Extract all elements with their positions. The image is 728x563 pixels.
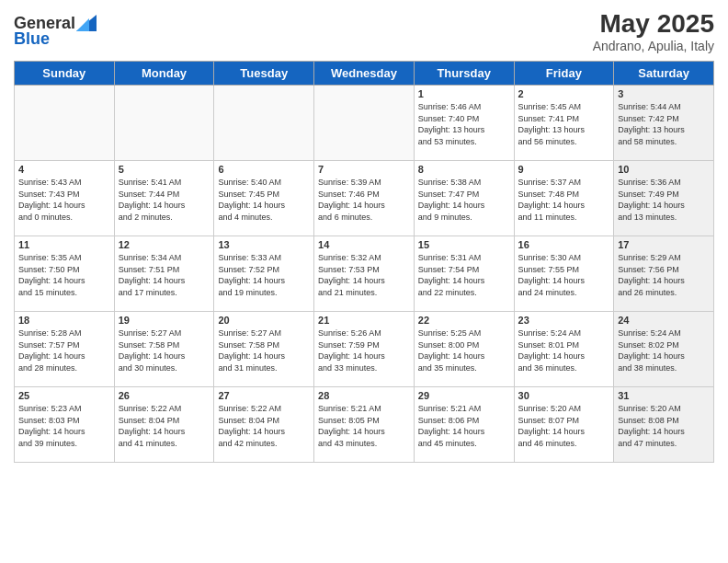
day-number: 21 xyxy=(318,315,410,326)
day-info: Sunrise: 5:33 AMSunset: 7:52 PMDaylight:… xyxy=(218,252,310,298)
calendar-day-cell: 7Sunrise: 5:39 AMSunset: 7:46 PMDaylight… xyxy=(314,161,415,236)
day-number: 31 xyxy=(618,390,710,401)
calendar-day-cell: 3Sunrise: 5:44 AMSunset: 7:42 PMDaylight… xyxy=(614,86,714,161)
day-info: Sunrise: 5:38 AMSunset: 7:47 PMDaylight:… xyxy=(418,177,510,223)
day-number: 16 xyxy=(518,239,610,250)
day-number: 30 xyxy=(518,390,610,401)
calendar-day-cell: 26Sunrise: 5:22 AMSunset: 8:04 PMDayligh… xyxy=(114,387,214,463)
day-info: Sunrise: 5:24 AMSunset: 8:02 PMDaylight:… xyxy=(618,327,710,373)
calendar-day-cell: 2Sunrise: 5:45 AMSunset: 7:41 PMDaylight… xyxy=(514,86,614,161)
calendar-day-cell xyxy=(314,86,415,161)
calendar-day-header: Monday xyxy=(114,62,214,86)
calendar-day-header: Sunday xyxy=(15,62,115,86)
calendar-day-header: Saturday xyxy=(614,62,714,86)
day-info: Sunrise: 5:39 AMSunset: 7:46 PMDaylight:… xyxy=(318,177,410,223)
day-info: Sunrise: 5:22 AMSunset: 8:04 PMDaylight:… xyxy=(119,403,210,449)
calendar: SundayMondayTuesdayWednesdayThursdayFrid… xyxy=(14,61,714,463)
calendar-day-cell: 6Sunrise: 5:40 AMSunset: 7:45 PMDaylight… xyxy=(214,161,314,236)
day-number: 28 xyxy=(318,390,410,401)
day-info: Sunrise: 5:26 AMSunset: 7:59 PMDaylight:… xyxy=(318,327,410,373)
day-number: 10 xyxy=(618,164,710,175)
calendar-day-cell: 14Sunrise: 5:32 AMSunset: 7:53 PMDayligh… xyxy=(314,236,415,312)
day-info: Sunrise: 5:24 AMSunset: 8:01 PMDaylight:… xyxy=(518,327,610,373)
day-info: Sunrise: 5:25 AMSunset: 8:00 PMDaylight:… xyxy=(418,327,510,373)
day-info: Sunrise: 5:27 AMSunset: 7:58 PMDaylight:… xyxy=(119,327,210,373)
day-info: Sunrise: 5:22 AMSunset: 8:04 PMDaylight:… xyxy=(218,403,310,449)
month-title: May 2025 xyxy=(593,9,714,39)
calendar-week-row: 18Sunrise: 5:28 AMSunset: 7:57 PMDayligh… xyxy=(15,312,714,387)
day-info: Sunrise: 5:27 AMSunset: 7:58 PMDaylight:… xyxy=(218,327,310,373)
calendar-day-cell: 10Sunrise: 5:36 AMSunset: 7:49 PMDayligh… xyxy=(614,161,714,236)
day-number: 17 xyxy=(618,239,710,250)
day-info: Sunrise: 5:31 AMSunset: 7:54 PMDaylight:… xyxy=(418,252,510,298)
calendar-day-cell: 28Sunrise: 5:21 AMSunset: 8:05 PMDayligh… xyxy=(314,387,415,463)
day-info: Sunrise: 5:46 AMSunset: 7:40 PMDaylight:… xyxy=(418,101,510,147)
calendar-day-cell: 31Sunrise: 5:20 AMSunset: 8:08 PMDayligh… xyxy=(614,387,714,463)
calendar-day-cell: 16Sunrise: 5:30 AMSunset: 7:55 PMDayligh… xyxy=(514,236,614,312)
day-number: 11 xyxy=(18,239,110,250)
day-info: Sunrise: 5:35 AMSunset: 7:50 PMDaylight:… xyxy=(18,252,110,298)
day-info: Sunrise: 5:21 AMSunset: 8:06 PMDaylight:… xyxy=(418,403,510,449)
calendar-week-row: 11Sunrise: 5:35 AMSunset: 7:50 PMDayligh… xyxy=(15,236,714,312)
calendar-day-cell: 20Sunrise: 5:27 AMSunset: 7:58 PMDayligh… xyxy=(214,312,314,387)
calendar-day-cell: 23Sunrise: 5:24 AMSunset: 8:01 PMDayligh… xyxy=(514,312,614,387)
day-info: Sunrise: 5:32 AMSunset: 7:53 PMDaylight:… xyxy=(318,252,410,298)
page: General Blue May 2025 Andrano, Apulia, I… xyxy=(0,0,728,563)
day-number: 2 xyxy=(518,88,610,99)
calendar-day-cell: 8Sunrise: 5:38 AMSunset: 7:47 PMDaylight… xyxy=(414,161,514,236)
subtitle: Andrano, Apulia, Italy xyxy=(593,39,714,53)
calendar-day-header: Tuesday xyxy=(214,62,314,86)
calendar-day-cell: 17Sunrise: 5:29 AMSunset: 7:56 PMDayligh… xyxy=(614,236,714,312)
day-info: Sunrise: 5:34 AMSunset: 7:51 PMDaylight:… xyxy=(119,252,210,298)
day-number: 25 xyxy=(18,390,110,401)
day-number: 4 xyxy=(18,164,110,175)
calendar-day-cell: 22Sunrise: 5:25 AMSunset: 8:00 PMDayligh… xyxy=(414,312,514,387)
calendar-day-cell xyxy=(114,86,214,161)
day-number: 18 xyxy=(18,315,110,326)
calendar-day-cell: 24Sunrise: 5:24 AMSunset: 8:02 PMDayligh… xyxy=(614,312,714,387)
calendar-week-row: 1Sunrise: 5:46 AMSunset: 7:40 PMDaylight… xyxy=(15,86,714,161)
day-number: 6 xyxy=(218,164,310,175)
logo-blue: Blue xyxy=(14,29,50,49)
calendar-day-cell: 13Sunrise: 5:33 AMSunset: 7:52 PMDayligh… xyxy=(214,236,314,312)
calendar-day-cell: 27Sunrise: 5:22 AMSunset: 8:04 PMDayligh… xyxy=(214,387,314,463)
calendar-day-header: Friday xyxy=(514,62,614,86)
calendar-day-cell: 18Sunrise: 5:28 AMSunset: 7:57 PMDayligh… xyxy=(15,312,115,387)
day-info: Sunrise: 5:43 AMSunset: 7:43 PMDaylight:… xyxy=(18,177,110,223)
calendar-day-cell xyxy=(15,86,115,161)
calendar-day-header: Thursday xyxy=(414,62,514,86)
calendar-day-cell: 15Sunrise: 5:31 AMSunset: 7:54 PMDayligh… xyxy=(414,236,514,312)
day-number: 29 xyxy=(418,390,510,401)
day-info: Sunrise: 5:28 AMSunset: 7:57 PMDaylight:… xyxy=(18,327,110,373)
calendar-week-row: 25Sunrise: 5:23 AMSunset: 8:03 PMDayligh… xyxy=(15,387,714,463)
calendar-day-cell: 12Sunrise: 5:34 AMSunset: 7:51 PMDayligh… xyxy=(114,236,214,312)
calendar-day-cell: 11Sunrise: 5:35 AMSunset: 7:50 PMDayligh… xyxy=(15,236,115,312)
calendar-day-cell: 25Sunrise: 5:23 AMSunset: 8:03 PMDayligh… xyxy=(15,387,115,463)
day-info: Sunrise: 5:44 AMSunset: 7:42 PMDaylight:… xyxy=(618,101,710,147)
calendar-day-cell: 5Sunrise: 5:41 AMSunset: 7:44 PMDaylight… xyxy=(114,161,214,236)
day-number: 9 xyxy=(518,164,610,175)
svg-marker-1 xyxy=(76,18,89,31)
calendar-week-row: 4Sunrise: 5:43 AMSunset: 7:43 PMDaylight… xyxy=(15,161,714,236)
calendar-header-row: SundayMondayTuesdayWednesdayThursdayFrid… xyxy=(15,62,714,86)
day-number: 26 xyxy=(119,390,210,401)
day-info: Sunrise: 5:21 AMSunset: 8:05 PMDaylight:… xyxy=(318,403,410,449)
day-info: Sunrise: 5:23 AMSunset: 8:03 PMDaylight:… xyxy=(18,403,110,449)
day-info: Sunrise: 5:20 AMSunset: 8:07 PMDaylight:… xyxy=(518,403,610,449)
day-info: Sunrise: 5:29 AMSunset: 7:56 PMDaylight:… xyxy=(618,252,710,298)
day-info: Sunrise: 5:30 AMSunset: 7:55 PMDaylight:… xyxy=(518,252,610,298)
day-number: 20 xyxy=(218,315,310,326)
day-number: 7 xyxy=(318,164,410,175)
day-number: 1 xyxy=(418,88,510,99)
calendar-day-cell: 21Sunrise: 5:26 AMSunset: 7:59 PMDayligh… xyxy=(314,312,415,387)
day-info: Sunrise: 5:20 AMSunset: 8:08 PMDaylight:… xyxy=(618,403,710,449)
day-info: Sunrise: 5:40 AMSunset: 7:45 PMDaylight:… xyxy=(218,177,310,223)
day-number: 27 xyxy=(218,390,310,401)
calendar-day-cell: 19Sunrise: 5:27 AMSunset: 7:58 PMDayligh… xyxy=(114,312,214,387)
day-number: 12 xyxy=(119,239,210,250)
calendar-day-cell: 4Sunrise: 5:43 AMSunset: 7:43 PMDaylight… xyxy=(15,161,115,236)
calendar-day-header: Wednesday xyxy=(314,62,415,86)
day-info: Sunrise: 5:37 AMSunset: 7:48 PMDaylight:… xyxy=(518,177,610,223)
calendar-day-cell: 30Sunrise: 5:20 AMSunset: 8:07 PMDayligh… xyxy=(514,387,614,463)
calendar-day-cell: 29Sunrise: 5:21 AMSunset: 8:06 PMDayligh… xyxy=(414,387,514,463)
